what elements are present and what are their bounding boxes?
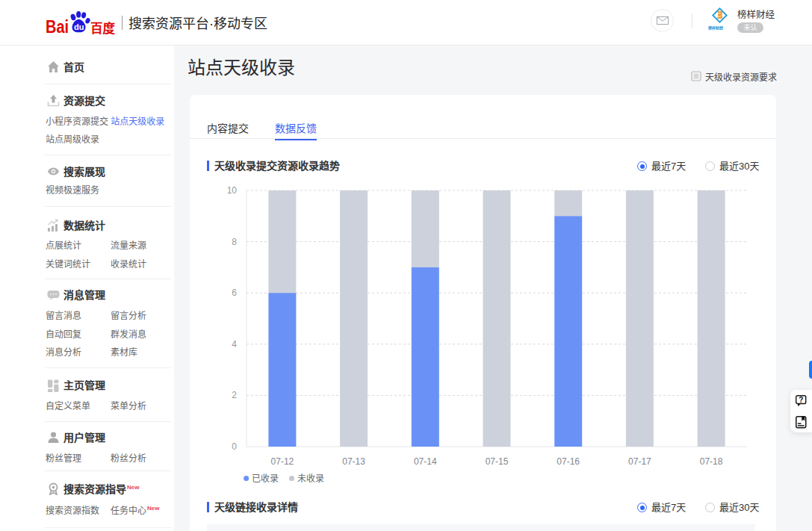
svg-text:2: 2: [232, 390, 237, 400]
svg-text:07-15: 07-15: [486, 456, 509, 467]
svg-text:du: du: [74, 22, 84, 31]
svg-text:已收录: 已收录: [252, 473, 279, 484]
svg-text:07-13: 07-13: [342, 456, 365, 467]
svg-text:0: 0: [232, 441, 237, 452]
svg-text:6: 6: [232, 288, 237, 298]
svg-text:?: ?: [799, 396, 803, 404]
svg-text:07-18: 07-18: [700, 456, 723, 467]
svg-text:07-16: 07-16: [557, 456, 580, 467]
svg-text:百度: 百度: [90, 21, 116, 35]
svg-text:8: 8: [232, 237, 237, 247]
svg-text:07-14: 07-14: [414, 456, 437, 467]
svg-text:10: 10: [227, 185, 238, 196]
svg-text:4: 4: [232, 339, 237, 350]
svg-text:07-12: 07-12: [271, 456, 294, 467]
svg-text:未收录: 未收录: [297, 473, 324, 484]
svg-text:Bai: Bai: [46, 17, 69, 35]
svg-text:07-17: 07-17: [628, 456, 651, 467]
